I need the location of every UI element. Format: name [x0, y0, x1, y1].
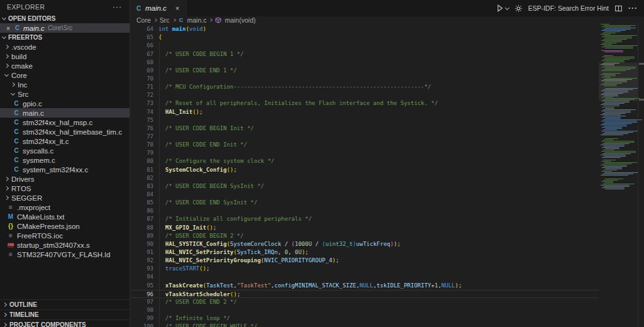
code-line-72[interactable]: 72 — [130, 91, 599, 99]
tree-item-gpio-c[interactable]: Cgpio.c — [0, 99, 130, 108]
open-editors-section-header[interactable]: OPEN EDITORS — [0, 14, 130, 23]
line-number[interactable]: 100 — [130, 323, 153, 327]
code-line-94[interactable]: 94 — [130, 273, 599, 281]
code-line-86[interactable]: 86 — [130, 207, 599, 215]
line-number[interactable]: 73 — [130, 99, 153, 108]
code-line-70[interactable]: 70 — [130, 75, 599, 83]
line-number[interactable]: 80 — [130, 157, 153, 165]
code-line-84[interactable]: 84 — [130, 191, 599, 199]
code-line-82[interactable]: 82 — [130, 174, 599, 182]
explorer-more-actions-icon[interactable]: ··· — [113, 3, 122, 11]
tree-item--vscode[interactable]: .vscode — [0, 42, 130, 52]
line-number[interactable]: 69 — [130, 67, 153, 75]
code-line-69[interactable]: 69 /* USER CODE END 1 */ — [130, 67, 599, 75]
tree-item-cmakepresets-json[interactable]: {}CMakePresets.json — [0, 221, 130, 231]
line-number[interactable]: 72 — [130, 91, 153, 99]
line-number[interactable]: 70 — [130, 75, 153, 83]
code-line-68[interactable]: 68 — [130, 58, 599, 67]
code-line-77[interactable]: 77 — [130, 133, 599, 141]
code-line-83[interactable]: 83 /* USER CODE BEGIN SysInit */ — [130, 182, 599, 191]
tree-item-startup-stm32f407xx-s[interactable]: ASMstartup_stm32f407xx.s — [0, 240, 130, 250]
breadcrumb-core[interactable]: Core — [136, 16, 151, 24]
line-number[interactable]: 92 — [130, 257, 153, 265]
line-number[interactable]: 68 — [130, 58, 153, 67]
line-number[interactable]: 65 — [130, 33, 153, 42]
line-number[interactable]: 90 — [130, 240, 153, 248]
code-line-90[interactable]: 90 HAL_SYSTICK_Config(SystemCoreClock / … — [130, 240, 599, 248]
line-number[interactable]: 83 — [130, 182, 153, 191]
line-number[interactable]: 86 — [130, 207, 153, 215]
code-line-99[interactable]: 99 /* Infinite loop */ — [130, 314, 599, 323]
code-line-88[interactable]: 88 MX_GPIO_Init(); — [130, 224, 599, 232]
tree-item-stm32f407vgtx-flash-ld[interactable]: ≡STM32F407VGTx_FLASH.ld — [0, 250, 130, 259]
code-line-92[interactable]: 92 HAL_NVIC_SetPriorityGrouping(NVIC_PRI… — [130, 257, 599, 265]
line-number[interactable]: 81 — [130, 166, 153, 174]
code-line-76[interactable]: 76 /* USER CODE BEGIN Init */ — [130, 125, 599, 133]
tree-item-stm32f4xx-hal-timebase-tim-c[interactable]: Cstm32f4xx_hal_timebase_tim.c — [0, 127, 130, 136]
tree-item-cmake[interactable]: cmake — [0, 61, 130, 70]
more-actions-icon[interactable]: ··· — [628, 4, 638, 13]
tree-item-core[interactable]: Core — [0, 70, 130, 80]
espidf-hint-label[interactable]: ESP-IDF: Search Error Hint — [528, 4, 609, 12]
close-icon[interactable]: × — [5, 25, 11, 32]
code-line-80[interactable]: 80 /* Configure the system clock */ — [130, 157, 599, 165]
code-line-66[interactable]: 66 — [130, 42, 599, 50]
line-number[interactable]: 93 — [130, 265, 153, 273]
line-number[interactable]: 84 — [130, 191, 153, 199]
line-number[interactable]: 76 — [130, 125, 153, 133]
code-line-89[interactable]: 89 /* USER CODE BEGIN 2 */ — [130, 232, 599, 240]
code-line-91[interactable]: 91 HAL_NVIC_SetPriority(SysTick_IRQn, 0,… — [130, 248, 599, 257]
tree-item-segger[interactable]: SEGGER — [0, 193, 130, 202]
code-line-71[interactable]: 71 /* MCU Configuration-----------------… — [130, 83, 599, 91]
section-project-components[interactable]: PROJECT COMPONENTS — [0, 319, 130, 327]
tree-item--mxproject[interactable]: ≡.mxproject — [0, 202, 130, 212]
code-line-98[interactable]: 98 — [130, 306, 599, 314]
line-number[interactable]: 91 — [130, 248, 153, 257]
code-line-75[interactable]: 75 — [130, 116, 599, 125]
tree-item-src[interactable]: Src — [0, 89, 130, 99]
split-editor-icon[interactable] — [614, 4, 623, 13]
line-number[interactable]: 74 — [130, 108, 153, 116]
breadcrumb-file[interactable]: main.c — [187, 16, 207, 24]
code-line-87[interactable]: 87 /* Initialize all configured peripher… — [130, 215, 599, 223]
line-number[interactable]: 67 — [130, 50, 153, 58]
tab-close-icon[interactable]: × — [174, 4, 180, 12]
code-line-64[interactable]: 64int main(void) — [130, 25, 599, 33]
code-line-67[interactable]: 67 /* USER CODE BEGIN 1 */ — [130, 50, 599, 58]
gear-icon[interactable] — [514, 4, 523, 13]
tree-item-syscalls-c[interactable]: Csyscalls.c — [0, 146, 130, 155]
line-number[interactable]: 64 — [130, 25, 153, 33]
code-line-81[interactable]: 81 SystemClock_Config(); — [130, 166, 599, 174]
section-outline[interactable]: OUTLINE — [0, 299, 130, 309]
line-number[interactable]: 94 — [130, 273, 153, 281]
tree-item-cmakelists-txt[interactable]: MCMakeLists.txt — [0, 212, 130, 221]
line-number[interactable]: 78 — [130, 141, 153, 149]
line-number[interactable]: 97 — [130, 298, 153, 306]
line-number[interactable]: 66 — [130, 42, 153, 50]
tree-item-build[interactable]: build — [0, 52, 130, 61]
tab-main-c[interactable]: C main.c × — [130, 0, 187, 16]
tree-item-rtos[interactable]: RTOS — [0, 184, 130, 193]
line-number[interactable]: 79 — [130, 149, 153, 157]
minimap-slider[interactable] — [599, 63, 638, 101]
line-number[interactable]: 85 — [130, 199, 153, 207]
breadcrumb-src[interactable]: Src — [160, 16, 170, 24]
line-number[interactable]: 71 — [130, 83, 153, 91]
line-number[interactable]: 89 — [130, 232, 153, 240]
tree-item-stm32f4xx-hal-msp-c[interactable]: Cstm32f4xx_hal_msp.c — [0, 118, 130, 127]
tree-item-freertos-ioc[interactable]: ≡FreeRTOS.ioc — [0, 231, 130, 240]
line-number[interactable]: 96 — [130, 291, 153, 297]
line-number[interactable]: 98 — [130, 306, 153, 314]
code-line-93[interactable]: 93 traceSTART(); — [130, 265, 599, 273]
tree-item-stm32f4xx-it-c[interactable]: Cstm32f4xx_it.c — [0, 136, 130, 146]
scrollbar[interactable] — [638, 24, 644, 327]
line-number[interactable]: 77 — [130, 133, 153, 141]
code-line-96[interactable]: 96 vTaskStartScheduler(); — [130, 290, 599, 298]
code-line-95[interactable]: 95 xTaskCreate(TaskTest,"TaskTest",confi… — [130, 282, 599, 290]
code-line-97[interactable]: 97 /* USER CODE END 2 */ — [130, 298, 599, 306]
line-number[interactable]: 75 — [130, 116, 153, 125]
open-editor-entry-main-c[interactable]: × C main.c Core\Src — [0, 23, 130, 33]
run-debug-icon[interactable] — [496, 4, 509, 13]
section-timeline[interactable]: TIMELINE — [0, 309, 130, 319]
code-line-65[interactable]: 65{ — [130, 33, 599, 42]
